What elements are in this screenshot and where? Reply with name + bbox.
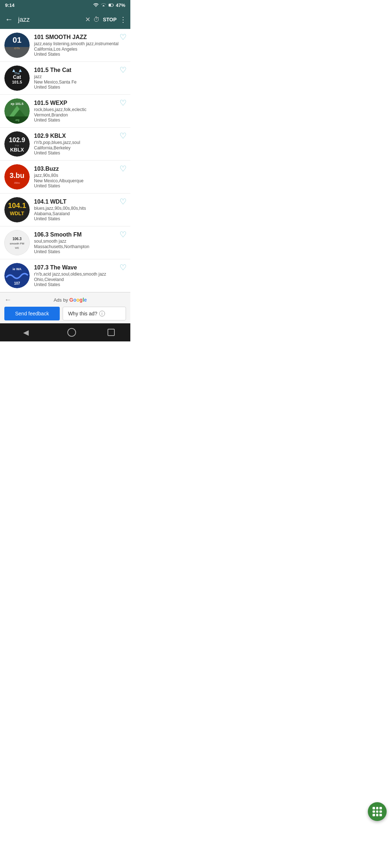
station-country: United States [34, 118, 126, 123]
station-name: 104.1 WDLT [34, 199, 126, 205]
station-item[interactable]: 106.3 smooth FM WE 106.3 Smooth FM soul,… [0, 226, 130, 259]
svg-text:Cat: Cat [13, 74, 21, 80]
station-info: 102.9 KBLX r'n'b,pop,blues,jazz,soul Cal… [34, 133, 126, 156]
info-icon: i [99, 311, 105, 316]
station-location: Alabama,Saraland [34, 211, 126, 216]
station-info: 101 SMOOTH JAZZ jazz,easy listening,smoo… [34, 34, 126, 57]
favorite-button[interactable]: ♡ [119, 164, 127, 174]
station-location: Massachusetts,Northampton [34, 244, 126, 249]
station-tags: r'n'b,acid jazz,soul,oldies,smooth jazz [34, 272, 126, 277]
back-button[interactable]: ← [4, 13, 14, 26]
station-logo: 01 OTh [4, 33, 30, 58]
station-name: 106.3 Smooth FM [34, 231, 126, 238]
station-item[interactable]: xp 101.5 .org 101.5 WEXP rock,blues,jazz… [0, 95, 130, 128]
station-name: 107.3 The Wave [34, 264, 126, 271]
station-country: United States [34, 85, 126, 90]
station-info: 107.3 The Wave r'n'b,acid jazz,soul,oldi… [34, 264, 126, 287]
svg-text:smooth FM: smooth FM [10, 242, 24, 245]
station-logo: ie WA 107 [4, 263, 30, 288]
nav-recents-button[interactable] [108, 329, 115, 336]
station-item[interactable]: 01 OTh 101 SMOOTH JAZZ jazz,easy listeni… [0, 29, 130, 62]
why-ad-label: Why this ad? [68, 311, 97, 316]
station-info: 104.1 WDLT blues,jazz,90s,00s,80s,hits A… [34, 199, 126, 221]
favorite-button[interactable]: ♡ [119, 65, 127, 75]
favorite-button[interactable]: ♡ [119, 230, 127, 239]
battery-percent: 47% [116, 3, 125, 8]
station-tags: soul,smooth jazz [34, 239, 126, 244]
signal-icon [101, 2, 106, 8]
ad-header: ← Ads by Google [4, 295, 126, 304]
nav-bar: ◀ [0, 323, 130, 341]
station-item[interactable]: 104.1 WDLT 104.1 WDLT blues,jazz,90s,00s… [0, 193, 130, 226]
favorite-button[interactable]: ♡ [119, 263, 127, 272]
nav-home-button[interactable] [67, 328, 76, 337]
station-tags: jazz,easy listening,smooth jazz,instrume… [34, 41, 126, 46]
svg-text:WE: WE [15, 247, 19, 249]
station-country: United States [34, 183, 126, 188]
ads-by-text: Ads by Google [14, 297, 126, 303]
station-country: United States [34, 282, 126, 287]
stop-button[interactable]: STOP [103, 17, 117, 22]
svg-rect-6 [4, 47, 30, 58]
svg-text:xp 101.5: xp 101.5 [10, 102, 24, 106]
why-this-ad-button[interactable]: Why this ad? i [63, 307, 126, 320]
station-location: Ohio,Cleveland [34, 277, 126, 282]
station-location: Vermont,Brandon [34, 112, 126, 118]
station-item[interactable]: ie WA 107 107.3 The Wave r'n'b,acid jazz… [0, 259, 130, 292]
favorite-button[interactable]: ♡ [119, 131, 127, 141]
svg-rect-1 [113, 5, 113, 6]
station-country: United States [34, 216, 126, 221]
wifi-icon [93, 2, 99, 8]
station-tags: rock,blues,jazz,folk,eclectic [34, 107, 126, 112]
svg-text:106.3: 106.3 [12, 237, 21, 241]
station-name: 101.5 The Cat [34, 67, 126, 73]
search-query[interactable]: jazz [18, 16, 81, 24]
favorite-button[interactable]: ♡ [119, 197, 127, 207]
station-logo: xp 101.5 .org [4, 98, 30, 124]
station-item[interactable]: The Cat 101.5 101.5 The Cat jazz New Mex… [0, 62, 130, 95]
ad-back-button[interactable]: ← [4, 295, 12, 304]
station-name: 103.Buzz [34, 166, 126, 172]
station-location: California,Los Angeles [34, 47, 126, 52]
ad-buttons: Send feedback Why this ad? i [4, 307, 126, 320]
station-country: United States [34, 249, 126, 254]
favorite-button[interactable]: ♡ [119, 33, 127, 42]
google-logo: Google [70, 297, 87, 303]
clear-search-button[interactable]: ✕ [85, 16, 91, 24]
station-list: 01 OTh 101 SMOOTH JAZZ jazz,easy listeni… [0, 29, 130, 292]
send-feedback-button[interactable]: Send feedback [4, 307, 60, 320]
svg-text:101.5: 101.5 [12, 80, 22, 84]
search-controls: ✕ ⏱ STOP ⋮ [85, 15, 127, 24]
status-bar: 9:14 47% [0, 0, 130, 10]
ad-bar: ← Ads by Google Send feedback Why this a… [0, 292, 130, 323]
station-item[interactable]: 102.9 FM KBLX 102.9 KBLX r'n'b,pop,blues… [0, 128, 130, 161]
status-icons: 47% [93, 2, 125, 8]
timer-icon[interactable]: ⏱ [93, 16, 100, 24]
station-logo: 102.9 FM KBLX [4, 131, 30, 157]
svg-text:3.bu: 3.bu [9, 171, 24, 179]
station-info: 103.Buzz jazz,90s,80s New Mexico,Albuque… [34, 166, 126, 188]
svg-text:102.9: 102.9 [9, 136, 25, 144]
station-logo: 106.3 smooth FM WE [4, 230, 30, 255]
station-item[interactable]: 3.bu Albu 103.Buzz jazz,90s,80s New Mexi… [0, 161, 130, 193]
station-tags: r'n'b,pop,blues,jazz,soul [34, 140, 126, 145]
station-name: 101 SMOOTH JAZZ [34, 34, 126, 41]
battery-icon [108, 2, 114, 8]
svg-text:KBLX: KBLX [10, 147, 24, 153]
station-location: California,Berkeley [34, 145, 126, 150]
svg-text:104.1: 104.1 [8, 201, 26, 209]
search-bar: ← jazz ✕ ⏱ STOP ⋮ [0, 10, 130, 29]
station-name: 102.9 KBLX [34, 133, 126, 139]
nav-back-button[interactable]: ◀ [16, 326, 36, 339]
station-location: New Mexico,Albuquerque [34, 178, 126, 183]
station-info: 106.3 Smooth FM soul,smooth jazz Massach… [34, 231, 126, 254]
station-logo: The Cat 101.5 [4, 65, 30, 91]
svg-text:.org: .org [15, 119, 19, 122]
favorite-button[interactable]: ♡ [119, 98, 127, 108]
station-info: 101.5 WEXP rock,blues,jazz,folk,eclectic… [34, 100, 126, 123]
svg-text:01: 01 [13, 35, 21, 44]
svg-text:Albu: Albu [14, 181, 20, 184]
more-options-button[interactable]: ⋮ [119, 15, 127, 24]
svg-text:WDLT: WDLT [10, 210, 24, 216]
status-time: 9:14 [5, 3, 14, 8]
